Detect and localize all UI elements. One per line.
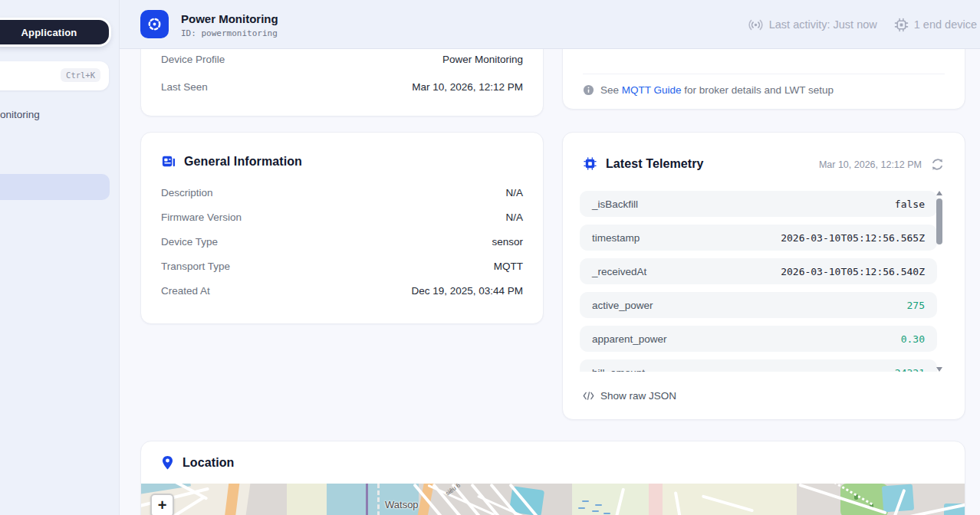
mqtt-guide-link[interactable]: MQTT Guide — [622, 84, 682, 96]
info-row: Firmware Version N/A — [161, 212, 523, 223]
telemetry-value: 2026-03-10T05:12:56.540Z — [781, 266, 925, 277]
telemetry-value: false — [895, 198, 925, 210]
telemetry-row: apparent_power 0.30 — [580, 326, 937, 352]
row-label: Device Profile — [161, 54, 225, 65]
scroll-down-arrow[interactable] — [936, 367, 942, 372]
show-raw-json-label: Show raw JSON — [600, 390, 676, 402]
device-id: ID: powermonitoring — [181, 28, 278, 38]
mqtt-note: See MQTT Guide for broker details and LW… — [583, 84, 834, 96]
sidebar-item-monitoring[interactable]: onitoring — [0, 109, 40, 120]
code-icon — [583, 391, 594, 401]
page-title: Power Monitoring — [181, 12, 278, 25]
telemetry-key: _isBackfill — [592, 198, 638, 210]
row-label: Transport Type — [161, 261, 230, 272]
refresh-icon[interactable] — [930, 157, 945, 172]
cpu-icon — [583, 156, 597, 171]
map-field — [572, 484, 649, 515]
end-device-count: 1 end device — [894, 18, 977, 32]
telemetry-row: _isBackfill false — [580, 191, 937, 217]
map-field — [287, 484, 327, 515]
overview-row: Last Seen Mar 10, 2026, 12:12 PM — [161, 81, 523, 93]
scroll-up-arrow[interactable] — [936, 191, 942, 195]
last-activity-label: Last activity: Just now — [769, 18, 877, 31]
map-zoom-in-button[interactable]: + — [150, 494, 174, 515]
info-row: Device Type sensor — [161, 236, 523, 248]
map-marsh-mark — [582, 500, 589, 502]
application-button[interactable]: Application — [0, 20, 109, 44]
telemetry-row: bill_amount 24321 — [580, 359, 937, 372]
row-label: Last Seen — [161, 81, 208, 93]
overview-row: Device Profile Power Monitoring — [161, 54, 523, 65]
card-title: Location — [183, 456, 234, 470]
telemetry-value: 2026-03-10T05:12:56.565Z — [781, 232, 925, 244]
last-activity-status: Last activity: Just now — [748, 17, 877, 33]
sidebar-selected-item[interactable] — [0, 174, 110, 200]
telemetry-row: _receivedAt 2026-03-10T05:12:56.540Z — [580, 258, 937, 284]
document-icon — [161, 154, 176, 169]
map-pier-dashes — [377, 484, 380, 515]
map-road-primary — [222, 484, 241, 515]
search-shortcut-badge: Ctrl+K — [61, 68, 100, 82]
map-town-label: Watsop — [385, 499, 419, 510]
page-header: Power Monitoring ID: powermonitoring Las… — [120, 0, 980, 49]
telemetry-list: _isBackfill false timestamp 2026-03-10T0… — [580, 191, 937, 372]
info-row: Created At Dec 19, 2025, 03:44 PM — [161, 285, 523, 297]
row-label: Created At — [161, 285, 210, 297]
chip-icon — [894, 18, 909, 32]
row-value: N/A — [505, 187, 523, 198]
general-information-card: General Information Description N/A Firm… — [140, 132, 544, 324]
telemetry-value: 275 — [907, 300, 925, 311]
map-railway-line — [366, 484, 368, 515]
card-title: General Information — [184, 155, 302, 169]
map-marsh-mark — [603, 513, 610, 514]
row-value: Power Monitoring — [442, 54, 523, 65]
map-marsh-mark — [578, 507, 585, 509]
row-value: N/A — [505, 212, 523, 223]
end-device-label: 1 end device — [914, 18, 977, 31]
telemetry-key: _receivedAt — [592, 266, 646, 277]
telemetry-key: bill_amount — [592, 367, 645, 372]
sidebar: Application Ctrl+K onitoring — [0, 0, 120, 515]
info-row: Description N/A — [161, 187, 523, 198]
row-label: Device Type — [161, 236, 218, 248]
map-residential-block — [649, 484, 663, 515]
info-icon — [583, 84, 594, 96]
device-avatar-icon — [140, 10, 169, 38]
map-marsh-mark — [592, 510, 599, 512]
location-card: Location — [140, 441, 965, 515]
telemetry-key: active_power — [592, 300, 653, 311]
info-row: Transport Type MQTT — [161, 261, 523, 272]
telemetry-scrollbar[interactable] — [936, 191, 943, 372]
map-field — [663, 484, 797, 515]
row-label: Firmware Version — [161, 212, 242, 223]
main-content: Device Profile Power Monitoring Last See… — [120, 0, 980, 515]
row-value: Dec 19, 2025, 03:44 PM — [411, 285, 523, 297]
card-title: Latest Telemetry — [606, 157, 704, 171]
map-pin-icon — [161, 455, 174, 471]
telemetry-row: active_power 275 — [580, 292, 937, 318]
signal-icon — [748, 17, 764, 33]
row-value: sensor — [492, 236, 523, 248]
map-marsh-mark — [595, 504, 602, 506]
show-raw-json-button[interactable]: Show raw JSON — [583, 390, 676, 402]
row-value: Mar 10, 2026, 12:12 PM — [412, 81, 523, 93]
telemetry-value: 0.30 — [901, 333, 925, 345]
row-value: MQTT — [494, 261, 523, 272]
telemetry-row: timestamp 2026-03-10T05:12:56.565Z — [580, 225, 937, 251]
latest-telemetry-card: Latest Telemetry Mar 10, 2026, 12:12 PM … — [562, 132, 965, 420]
telemetry-key: apparent_power — [592, 333, 667, 345]
scrollbar-thumb[interactable] — [936, 198, 942, 244]
map-canvas[interactable]: Watsop siêu 6 + — [141, 484, 965, 515]
telemetry-updated-at: Mar 10, 2026, 12:12 PM — [819, 159, 922, 170]
telemetry-key: timestamp — [592, 232, 640, 244]
telemetry-value: 24321 — [895, 367, 925, 372]
divider — [583, 74, 945, 74]
row-label: Description — [161, 187, 213, 198]
search-input[interactable]: Ctrl+K — [0, 61, 109, 90]
note-text: See MQTT Guide for broker details and LW… — [600, 84, 834, 96]
